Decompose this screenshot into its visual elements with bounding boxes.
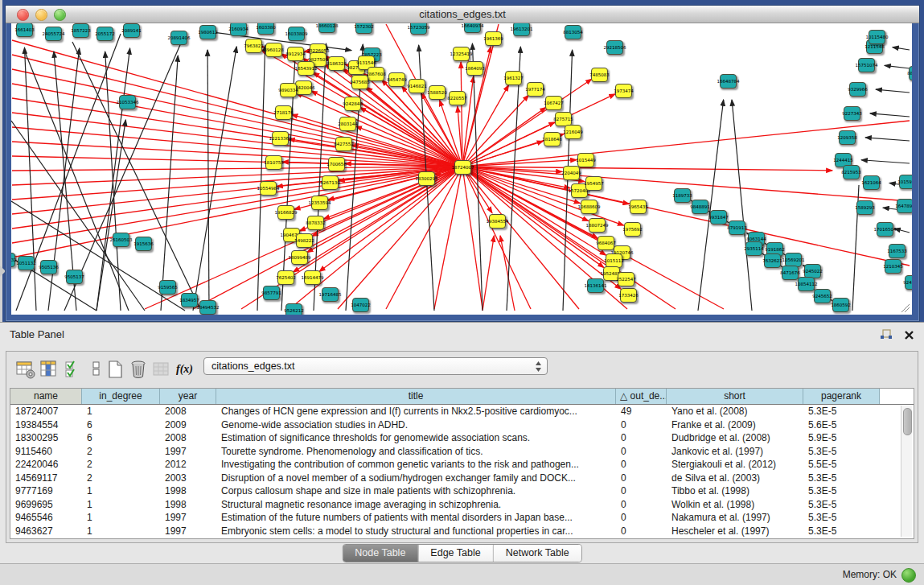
graph-node[interactable]: 1965435 [630, 200, 647, 214]
graph-node[interactable]: 8878332 [307, 216, 324, 230]
graph-node[interactable]: 9684067 [598, 236, 614, 250]
graph-node[interactable]: 12213369 [272, 131, 289, 146]
column-header-name[interactable]: name [10, 389, 82, 404]
graph-node[interactable]: 1975692 [624, 222, 641, 237]
select-all-icon[interactable] [64, 360, 84, 379]
graph-node[interactable]: 10554984 [260, 181, 277, 196]
row-height-icon[interactable] [87, 360, 106, 379]
graph-node[interactable]: 1621064 [863, 175, 880, 190]
float-panel-icon[interactable] [880, 329, 893, 340]
graph-node[interactable]: 1954957 [585, 176, 602, 191]
column-header-title[interactable]: title [216, 389, 616, 404]
column-header-short[interactable]: short [667, 389, 803, 404]
graph-node[interactable]: 18494532 [199, 300, 216, 315]
graph-node[interactable]: 1700656 [328, 157, 345, 171]
graph-node[interactable]: 10115480 [869, 30, 885, 44]
graph-node[interactable]: 1047022 [352, 298, 369, 312]
graph-node[interactable]: 15723059 [410, 23, 427, 35]
graph-node[interactable]: 10854112 [798, 277, 815, 291]
graph-node[interactable]: 1210345 [885, 259, 901, 274]
column-header-pagerank[interactable]: pagerank [803, 389, 880, 404]
graph-node[interactable]: 8471676 [782, 266, 799, 280]
graph-node[interactable]: 9857791 [263, 286, 280, 300]
graph-node[interactable]: 2160934 [230, 23, 247, 36]
graph-node[interactable]: 9931847 [710, 210, 727, 225]
table-row[interactable]: 2242004622012Investigating the contribut… [10, 458, 914, 472]
graph-node[interactable]: 8960128 [265, 43, 282, 57]
graph-node[interactable]: 16640934 [464, 23, 481, 33]
graph-node[interactable]: 15751074 [858, 58, 875, 72]
graph-node[interactable]: 8427552 [335, 137, 352, 151]
tab-edge-table[interactable]: Edge Table [417, 545, 492, 562]
graph-node[interactable]: 1661403 [16, 23, 33, 37]
graph-node[interactable]: 9505136 [40, 260, 57, 274]
table-row[interactable]: 911546021997Tourette syndrome. Phenomeno… [10, 445, 914, 459]
graph-node[interactable]: 18300295 [418, 171, 435, 186]
graph-node[interactable]: 1647893 [897, 199, 912, 213]
graph-node[interactable]: 1603380 [257, 23, 274, 35]
graph-node[interactable]: 16648784 [720, 74, 737, 89]
window-resize-grip[interactable] [899, 302, 910, 313]
graph-node[interactable]: 8791913 [729, 220, 745, 235]
graph-node[interactable]: 14136141 [587, 278, 604, 293]
graph-node[interactable]: 7485083 [591, 68, 608, 82]
table-row[interactable]: 946362711997Embryonic stem cells: a mode… [10, 525, 914, 538]
graph-node[interactable]: 1980612 [199, 25, 216, 39]
table-row[interactable]: 1830029562008Estimation of significance … [10, 431, 914, 445]
graph-node[interactable]: 21053346 [119, 95, 136, 109]
graph-node[interactable]: 2089141 [123, 23, 140, 38]
table-header-row[interactable]: namein_degreeyeartitle△ out_de...shortpa… [10, 389, 914, 405]
memory-status-indicator[interactable] [901, 568, 916, 583]
graph-node[interactable]: 19384554 [489, 214, 506, 229]
graph-node[interactable]: 8912934 [287, 47, 304, 61]
graph-node[interactable]: 8220557 [449, 91, 466, 105]
graph-node[interactable]: 9475685 [351, 75, 368, 89]
graph-node[interactable]: 1818648 [544, 132, 561, 146]
graph-node[interactable]: 2055172 [97, 27, 113, 41]
graph-node[interactable]: 8215953 [843, 165, 860, 179]
graph-node[interactable]: 1167533 [889, 244, 906, 258]
graph-node[interactable]: 1216049 [565, 125, 581, 139]
graph-node[interactable]: 9245012 [905, 275, 912, 290]
graph-node[interactable]: 1810755 [265, 155, 282, 170]
graph-node[interactable]: 1588520 [429, 85, 446, 100]
graph-node[interactable]: 1860592 [832, 298, 849, 312]
graph-node[interactable]: 12325419 [453, 47, 470, 61]
graph-node[interactable]: 9245652 [814, 289, 831, 303]
graph-node[interactable]: 9181132 [11, 253, 15, 267]
graph-node[interactable]: 18807249 [589, 218, 606, 233]
graph-node[interactable]: 1834957 [181, 293, 198, 307]
graph-node[interactable]: 1572302 [355, 23, 372, 34]
graph-node[interactable]: 9146821 [409, 79, 425, 93]
graph-node[interactable]: 17016504 [877, 222, 893, 237]
graph-node[interactable]: 2522547 [618, 272, 634, 286]
graph-node[interactable]: 16914479 [304, 270, 321, 285]
table-body[interactable]: 1872400712008Changes of HCN gene express… [10, 405, 914, 538]
table-row[interactable]: 1872400712008Changes of HCN gene express… [10, 405, 914, 418]
network-view-window[interactable]: citations_edges.txt 16614032405572418572… [5, 5, 920, 322]
import-table-icon[interactable] [152, 360, 171, 379]
graph-node[interactable]: 18724007 [454, 160, 471, 175]
graph-node[interactable]: 1977174 [527, 82, 544, 97]
column-header-out_de[interactable]: △ out_de... [616, 389, 667, 404]
graph-node[interactable]: 2803144 [339, 117, 356, 131]
graph-node[interactable]: 1209358 [839, 130, 856, 145]
graph-node[interactable]: 2718176 [275, 105, 292, 120]
network-window-titlebar[interactable]: citations_edges.txt [6, 6, 919, 23]
graph-node[interactable]: 9329966 [849, 82, 866, 97]
graph-node[interactable]: 9242848 [344, 97, 361, 111]
column-header-year[interactable]: year [160, 389, 216, 404]
table-vertical-scrollbar[interactable] [901, 406, 912, 537]
graph-node[interactable]: 2204049 [563, 166, 580, 180]
table-row[interactable]: 969969511998Structural magnetic resonanc… [10, 498, 914, 512]
graph-node[interactable]: 1961327 [505, 71, 522, 85]
network-canvas[interactable]: 1661403240557241857223205517220891412089… [11, 23, 912, 315]
graph-node[interactable]: 12353594 [311, 196, 328, 210]
table-row[interactable]: 1456911722003Disruption of a novel membe… [10, 472, 914, 485]
graph-node[interactable]: 1973474 [615, 84, 632, 98]
table-row[interactable]: 1938455462009Genome-wide association stu… [10, 418, 914, 432]
graph-node[interactable]: 8186328 [328, 56, 345, 71]
table-selector-dropdown[interactable]: citations_edges.txt [203, 357, 548, 375]
graph-node[interactable]: 9848891 [692, 200, 708, 214]
graph-node[interactable]: 1961369 [485, 31, 502, 46]
